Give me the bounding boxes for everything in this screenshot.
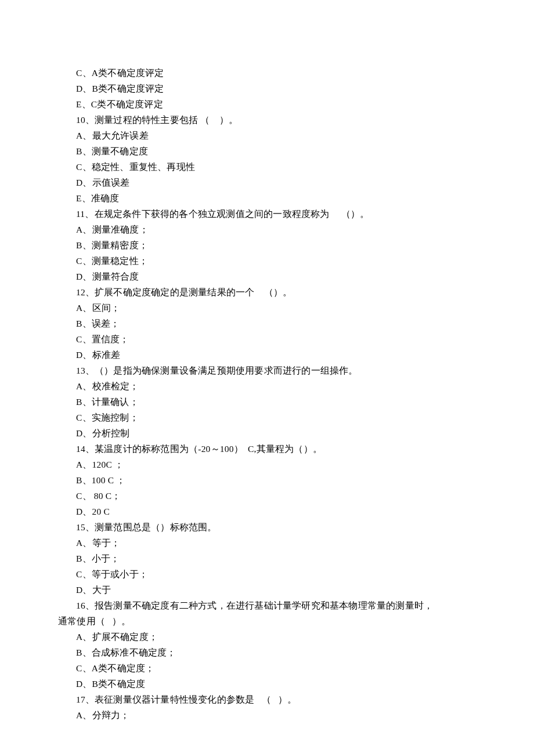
text-line: A、测量准确度； <box>58 222 476 237</box>
text-line: B、计量确认； <box>58 394 476 410</box>
text-line: B、测量不确定度 <box>58 143 476 159</box>
text-line: 10、测量过程的特性主要包括 （ ）。 <box>58 112 476 128</box>
text-line: C、A类不确定度评定 <box>58 65 476 81</box>
text-line: B、误差； <box>58 316 476 331</box>
text-line: C、置信度； <box>58 331 476 347</box>
text-line: 13、（）是指为确保测量设备满足预期使用要求而进行的一组操作。 <box>58 363 476 378</box>
text-line: D、B类不确定度 <box>58 676 476 692</box>
text-line: D、20 C <box>58 504 476 519</box>
text-line: D、分析控制 <box>58 425 476 441</box>
text-line: D、测量符合度 <box>58 269 476 284</box>
text-line: D、大于 <box>58 582 476 598</box>
text-line: C、 80 C； <box>58 488 476 504</box>
text-line: B、合成标准不确定度； <box>58 645 476 660</box>
text-line: A、分辩力； <box>58 707 476 723</box>
text-line: C、等于或小于； <box>58 566 476 582</box>
text-line: 12、扩展不确定度确定的是测量结果的一个 （）。 <box>58 284 476 300</box>
text-line: C、测量稳定性； <box>58 253 476 269</box>
text-line: A、120C ； <box>58 457 476 472</box>
text-line: D、标准差 <box>58 347 476 363</box>
text-line: D、B类不确定度评定 <box>58 81 476 96</box>
text-line: B、100 C ； <box>58 472 476 488</box>
document-page: C、A类不确定度评定D、B类不确定度评定E、C类不确定度评定10、测量过程的特性… <box>0 0 534 756</box>
text-line: 16、报告测量不确定度有二种方式，在进行基础计量学研究和基本物理常量的测量时， <box>58 598 476 613</box>
text-line: 15、测量范围总是（）标称范围。 <box>58 519 476 535</box>
text-line: D、示值误差 <box>58 175 476 190</box>
text-line: A、等于； <box>58 535 476 551</box>
text-line: C、稳定性、重复性、再现性 <box>58 159 476 175</box>
text-line: 11、在规定条件下获得的各个独立观测值之间的一致程度称为 （）。 <box>58 206 476 222</box>
text-line: C、A类不确定度； <box>58 660 476 676</box>
text-line: B、小于； <box>58 551 476 566</box>
text-line: E、C类不确定度评定 <box>58 96 476 112</box>
text-line: 17、表征测量仪器计量特性慢变化的参数是 （ ）。 <box>58 692 476 707</box>
text-line: A、校准检定； <box>58 378 476 394</box>
text-line: A、扩展不确定度； <box>58 629 476 645</box>
text-line: 14、某温度计的标称范围为（-20～100） C,其量程为（）。 <box>58 441 476 457</box>
text-line: A、区间； <box>58 300 476 316</box>
text-line: B、测量精密度； <box>58 237 476 253</box>
text-line: 通常使用（ ）。 <box>58 613 476 629</box>
text-line: A、最大允许误差 <box>58 128 476 143</box>
text-line: E、准确度 <box>58 190 476 206</box>
text-line: C、实施控制； <box>58 410 476 425</box>
